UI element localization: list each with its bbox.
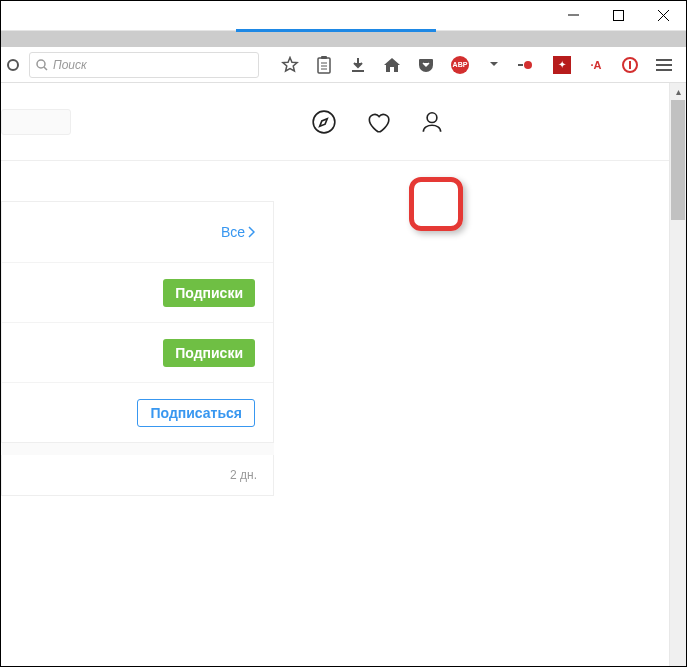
svg-rect-7 bbox=[321, 56, 327, 59]
annotation-highlight bbox=[409, 177, 463, 231]
post-time: 2 дн. bbox=[2, 455, 273, 495]
tab-strip bbox=[1, 31, 686, 47]
profile-icon[interactable] bbox=[419, 109, 445, 135]
bookmark-star-icon[interactable] bbox=[276, 51, 304, 79]
link-icon[interactable] bbox=[514, 51, 542, 79]
following-button[interactable]: Подписки bbox=[163, 279, 255, 307]
search-icon bbox=[36, 59, 48, 71]
svg-point-4 bbox=[37, 60, 45, 68]
window-maximize-button[interactable] bbox=[596, 1, 641, 31]
vertical-scrollbar[interactable]: ▴ bbox=[669, 83, 686, 666]
following-button[interactable]: Подписки bbox=[163, 339, 255, 367]
reader-icon[interactable]: ∙A bbox=[582, 51, 610, 79]
explore-icon[interactable] bbox=[311, 109, 337, 135]
see-all-link[interactable]: Все bbox=[221, 224, 255, 240]
download-icon[interactable] bbox=[344, 51, 372, 79]
app-search-input[interactable] bbox=[1, 109, 71, 135]
abp-dropdown-icon[interactable] bbox=[480, 51, 508, 79]
home-icon[interactable] bbox=[378, 51, 406, 79]
window-minimize-button[interactable] bbox=[551, 1, 596, 31]
menu-icon[interactable] bbox=[650, 51, 678, 79]
red-square-icon[interactable]: ✦ bbox=[548, 51, 576, 79]
page-content: Все Подписки Подписки Подписаться 2 дн. bbox=[1, 83, 669, 666]
clipboard-icon[interactable] bbox=[310, 51, 338, 79]
stop-reload-icon[interactable] bbox=[7, 59, 19, 71]
scroll-thumb[interactable] bbox=[671, 100, 685, 220]
abp-icon[interactable]: ABP bbox=[446, 51, 474, 79]
power-icon[interactable] bbox=[616, 51, 644, 79]
scroll-up-arrow[interactable]: ▴ bbox=[670, 83, 686, 100]
svg-point-15 bbox=[313, 111, 335, 133]
follow-button[interactable]: Подписаться bbox=[137, 399, 255, 427]
active-tab-indicator bbox=[236, 29, 436, 32]
svg-rect-1 bbox=[614, 11, 624, 21]
browser-toolbar: Поиск ABP ✦ ∙A bbox=[1, 47, 686, 83]
search-placeholder: Поиск bbox=[53, 58, 87, 72]
pocket-icon[interactable] bbox=[412, 51, 440, 79]
svg-point-16 bbox=[427, 112, 437, 122]
feed-column: Все Подписки Подписки Подписаться 2 дн. bbox=[1, 201, 274, 496]
search-input[interactable]: Поиск bbox=[29, 52, 259, 78]
suggestion-row: Подписки bbox=[2, 262, 273, 322]
svg-rect-11 bbox=[352, 70, 364, 72]
svg-line-5 bbox=[44, 67, 47, 70]
suggestions-header-row: Все bbox=[2, 202, 273, 262]
chevron-right-icon bbox=[247, 226, 255, 238]
app-header bbox=[1, 83, 669, 161]
window-titlebar bbox=[1, 1, 686, 31]
window-close-button[interactable] bbox=[641, 1, 686, 31]
suggestion-row: Подписаться bbox=[2, 382, 273, 442]
suggestion-row: Подписки bbox=[2, 322, 273, 382]
heart-icon[interactable] bbox=[365, 109, 391, 135]
